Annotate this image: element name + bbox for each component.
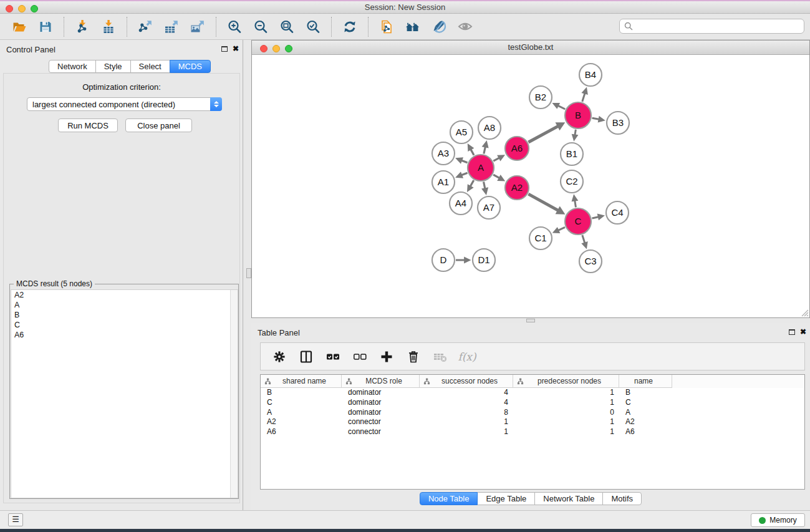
graph-node-B3[interactable]: B3 xyxy=(607,112,629,134)
float-panel-icon[interactable] xyxy=(221,46,228,52)
search-box[interactable] xyxy=(619,19,804,34)
graph-edge-C-C4[interactable] xyxy=(592,214,605,221)
tab-mcds[interactable]: MCDS xyxy=(170,60,211,73)
column-header-shared-name[interactable]: shared name xyxy=(261,375,342,388)
minimize-window-button[interactable] xyxy=(18,5,26,12)
table-row[interactable]: A2connector11A2 xyxy=(261,417,804,427)
settings-gear-button[interactable] xyxy=(269,346,290,367)
close-panel-icon[interactable]: ✖ xyxy=(800,329,806,335)
network-minimize-button[interactable] xyxy=(272,45,280,52)
network-window-titlebar[interactable]: testGlobe.txt xyxy=(252,41,809,55)
table-cell[interactable]: dominator xyxy=(342,388,420,398)
graph-edge-A-A3[interactable] xyxy=(455,157,467,164)
graph-node-A4[interactable]: A4 xyxy=(450,192,472,215)
result-list-item[interactable]: C xyxy=(11,320,238,330)
graph-node-A2[interactable]: A2 xyxy=(505,176,529,200)
graph-edge-B-B1[interactable] xyxy=(572,130,579,142)
save-session-button[interactable] xyxy=(32,16,59,37)
criterion-dropdown[interactable]: largest connected component (directed) xyxy=(27,97,222,111)
graph-node-B1[interactable]: B1 xyxy=(561,143,583,165)
table-cell[interactable]: connector xyxy=(342,417,420,427)
tab-network-table[interactable]: Network Table xyxy=(534,492,603,505)
graph-node-A8[interactable]: A8 xyxy=(478,117,501,139)
memory-button[interactable]: Memory xyxy=(751,513,805,527)
column-layout-button[interactable] xyxy=(296,346,317,367)
open-file-button[interactable] xyxy=(6,16,32,37)
table-cell[interactable]: 8 xyxy=(420,408,513,418)
vertical-splitter-handle[interactable] xyxy=(246,268,251,278)
graph-node-C[interactable]: C xyxy=(565,208,591,235)
zoom-fit-button[interactable] xyxy=(274,16,300,37)
resize-grip-icon[interactable] xyxy=(801,309,809,317)
import-network-button[interactable] xyxy=(69,16,95,37)
graph-edge-A-A2[interactable] xyxy=(493,175,505,181)
delete-column-button[interactable] xyxy=(403,346,424,367)
graph-node-B2[interactable]: B2 xyxy=(529,86,552,109)
column-header-successor-nodes[interactable]: successor nodes xyxy=(420,375,513,388)
table-row[interactable]: Bdominator41B xyxy=(261,388,804,398)
table-cell[interactable]: A6 xyxy=(261,427,342,437)
graph-node-C4[interactable]: C4 xyxy=(606,201,629,224)
tab-network[interactable]: Network xyxy=(49,60,96,73)
graph-edge-B-B3[interactable] xyxy=(592,116,605,123)
graph-edge-C-C2[interactable] xyxy=(572,194,579,207)
network-zoom-button[interactable] xyxy=(285,45,292,52)
graph-node-B[interactable]: B xyxy=(565,102,591,128)
export-table-button[interactable] xyxy=(158,16,185,37)
graph-node-C2[interactable]: C2 xyxy=(561,170,583,193)
import-table-button[interactable] xyxy=(95,16,122,37)
tab-select[interactable]: Select xyxy=(130,60,170,73)
export-network-button[interactable] xyxy=(132,16,158,37)
eye-button[interactable] xyxy=(452,16,478,37)
node-table[interactable]: shared name MCDS role successor nodes pr… xyxy=(260,374,805,490)
close-window-button[interactable] xyxy=(6,5,13,12)
table-cell[interactable]: dominator xyxy=(342,398,420,408)
graph-node-A[interactable]: A xyxy=(468,155,494,181)
network-canvas[interactable]: AA1A2A3A4A5A6A7A8BB1B2B3B4CC1C2C3C4DD1 xyxy=(252,55,809,317)
table-cell[interactable]: dominator xyxy=(342,408,420,418)
graph-edge-A6-B[interactable] xyxy=(528,122,565,142)
graph-edge-A2-C[interactable] xyxy=(528,194,565,215)
table-cell[interactable]: 1 xyxy=(513,388,619,398)
table-cell[interactable]: A6 xyxy=(619,427,672,437)
horizontal-splitter-handle[interactable] xyxy=(526,319,535,322)
table-cell[interactable]: A xyxy=(261,408,342,418)
graph-edge-A-A5[interactable] xyxy=(468,143,475,155)
graph-edge-A-A7[interactable] xyxy=(481,182,488,195)
clone-network-button[interactable] xyxy=(374,16,400,37)
select-all-button[interactable] xyxy=(322,346,344,367)
zoom-in-button[interactable] xyxy=(221,16,248,37)
float-panel-icon[interactable] xyxy=(789,329,795,335)
tab-edge-table[interactable]: Edge Table xyxy=(477,492,535,505)
refresh-button[interactable] xyxy=(337,16,363,37)
graph-edge-A-A1[interactable] xyxy=(455,172,467,178)
table-cell[interactable]: C xyxy=(261,398,342,408)
graph-node-A1[interactable]: A1 xyxy=(432,171,455,193)
close-panel-icon[interactable]: ✖ xyxy=(233,46,239,52)
column-header-MCDS-role[interactable]: MCDS role xyxy=(342,375,420,388)
graph-edge-C-C3[interactable] xyxy=(581,235,587,249)
tab-style[interactable]: Style xyxy=(95,60,131,73)
table-cell[interactable]: A2 xyxy=(261,417,342,427)
graph-edge-C-C1[interactable] xyxy=(552,227,565,233)
graph-node-D[interactable]: D xyxy=(432,249,455,271)
close-panel-button[interactable]: Close panel xyxy=(125,118,192,132)
add-column-button[interactable] xyxy=(376,346,397,367)
export-image-button[interactable] xyxy=(185,16,211,37)
home-button[interactable] xyxy=(400,16,426,37)
tab-motifs[interactable]: Motifs xyxy=(602,492,642,505)
graph-node-D1[interactable]: D1 xyxy=(473,249,495,271)
table-cell[interactable]: 1 xyxy=(513,398,619,408)
deselect-all-button[interactable] xyxy=(349,346,370,367)
run-mcds-button[interactable]: Run MCDS xyxy=(58,118,118,132)
table-cell[interactable]: A2 xyxy=(619,417,672,427)
zoom-window-button[interactable] xyxy=(31,5,38,12)
tab-node-table[interactable]: Node Table xyxy=(420,492,478,505)
graph-node-A6[interactable]: A6 xyxy=(505,137,529,160)
table-cell[interactable]: 1 xyxy=(513,427,619,437)
table-cell[interactable]: 0 xyxy=(513,408,619,418)
table-row[interactable]: Cdominator41C xyxy=(261,398,804,408)
graph-node-A3[interactable]: A3 xyxy=(432,142,455,165)
table-cell[interactable]: B xyxy=(261,388,342,398)
table-cell[interactable]: B xyxy=(619,388,672,398)
